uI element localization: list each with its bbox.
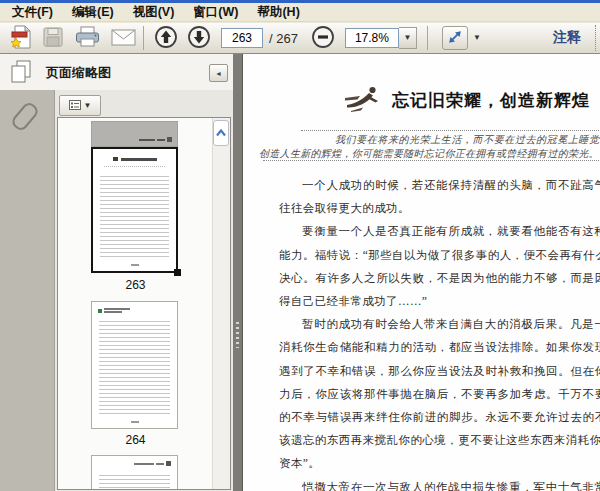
collapse-panel-button[interactable]: ◄ xyxy=(209,64,228,82)
zoom-dropdown-button[interactable]: ▼ xyxy=(399,27,417,49)
page-up-icon xyxy=(154,25,178,52)
zoom-out-icon xyxy=(311,25,335,52)
page-number-input[interactable] xyxy=(221,28,263,48)
menu-item-edit[interactable]: 编辑(E) xyxy=(65,3,121,22)
panel-splitter[interactable] xyxy=(233,54,242,491)
menu-item-help[interactable]: 帮助(H) xyxy=(250,3,306,22)
print-icon xyxy=(74,25,101,52)
zoom-level-input[interactable]: 17.8% xyxy=(345,28,399,48)
previous-page-button[interactable] xyxy=(154,26,178,50)
thumbnail-options-button[interactable]: ▼ xyxy=(59,95,101,116)
thumbnail-label-264: 264 xyxy=(58,433,213,447)
body-text: 一个人成功的时候，若还能保持清醒的头脑，而不趾高气扬，便往往会取得更大的成功。 … xyxy=(279,174,600,491)
panel-title: 页面缩略图 xyxy=(46,64,111,82)
paragraph: 暂时的成功有时会给人带来自满自大的消极后果。凡是一切足以消耗你生命储能和精力的活… xyxy=(279,313,600,475)
paragraph: 一个人成功的时候，若还能保持清醒的头脑，而不趾高气扬，便往往会取得更大的成功。 xyxy=(279,174,600,220)
paragraph: 恺撒大帝在一次与敌人的作战中损失惨重，军中士气非常低落。那天，他做了一个梦。 xyxy=(279,476,600,491)
zoom-out-button[interactable] xyxy=(311,26,335,50)
thumbnails-panel-header: 页面缩略图 ◄ xyxy=(0,54,233,90)
thumb-page-footer xyxy=(131,421,139,423)
toolbar-dotted-separator xyxy=(595,25,596,51)
flying-man-icon xyxy=(113,157,118,161)
comments-panel-button[interactable]: 注释 xyxy=(553,29,581,47)
page-thumbnails-tab[interactable] xyxy=(7,58,35,86)
thumb-title-row xyxy=(93,157,176,161)
email-icon xyxy=(110,27,137,50)
toolbar-separator xyxy=(143,26,144,50)
chevron-down-icon: ▼ xyxy=(84,102,92,110)
email-button[interactable] xyxy=(110,27,137,50)
menu-item-view[interactable]: 视图(V) xyxy=(126,3,182,22)
thumbnails-panel: ▼ 263 xyxy=(55,90,233,491)
chevron-up-icon xyxy=(215,124,227,142)
chapter-epigraph: 我们要在将来的光荣上生活，而不要在过去的冠冕上睡觉。为了创造人生新的辉煌，你可能… xyxy=(259,133,600,160)
thumb-page-footer xyxy=(131,264,139,266)
dotted-rule xyxy=(301,130,600,131)
thumbnail-scrollbar[interactable] xyxy=(212,118,230,489)
document-view: 忘记旧荣耀，创造新辉煌 我们要在将来的光荣上生活，而不要在过去的冠冕上睡觉。为了… xyxy=(242,54,600,491)
thumb-header xyxy=(134,461,171,466)
print-button[interactable] xyxy=(74,25,101,52)
thumbnail-page-264[interactable] xyxy=(91,301,178,429)
fit-screen-icon xyxy=(445,27,465,50)
page-total-label: / 267 xyxy=(269,31,298,46)
pages-icon xyxy=(7,72,35,89)
attachments-tab[interactable] xyxy=(10,100,41,132)
chapter-title: 忘记旧荣耀，创造新辉煌 xyxy=(392,89,590,112)
thumb-divider xyxy=(104,166,165,167)
menu-item-file[interactable]: 文件(F) xyxy=(5,3,60,22)
thumb-text-lines xyxy=(99,472,170,490)
menu-item-window[interactable]: 窗口(W) xyxy=(186,3,245,22)
zoom-level-value: 17.8% xyxy=(355,31,389,45)
navigation-rail xyxy=(0,90,55,491)
building-icon xyxy=(166,461,171,466)
thumb-header xyxy=(98,308,130,313)
thumb-text-lines xyxy=(99,318,170,416)
fit-screen-dropdown-button[interactable]: ▼ xyxy=(473,34,481,42)
thumbnail-page-262-partial[interactable] xyxy=(91,121,178,147)
thumbnail-page-265-partial[interactable] xyxy=(91,455,178,490)
next-page-button[interactable] xyxy=(187,26,211,50)
save-icon xyxy=(41,25,65,52)
create-pdf-icon xyxy=(8,24,34,53)
scroll-up-button[interactable] xyxy=(213,120,229,146)
paragraph: 要衡量一个人是否真正能有所成就，就要看他能否有这种承受的能力。福特说：“那些自以… xyxy=(279,220,600,313)
thumbnail-label-263: 263 xyxy=(58,278,213,292)
thumb-footer-text xyxy=(139,137,172,142)
thumb-text-lines xyxy=(100,173,169,257)
save-button[interactable] xyxy=(41,25,65,52)
thumbnail-list: 263 264 xyxy=(57,117,231,490)
fit-screen-button[interactable] xyxy=(442,26,468,50)
leaf-icon xyxy=(98,309,102,313)
chevron-down-icon: ▼ xyxy=(403,34,411,42)
selection-resize-handle[interactable] xyxy=(174,269,181,276)
list-options-icon xyxy=(69,97,81,115)
splitter-grip[interactable] xyxy=(236,322,239,348)
page-down-icon xyxy=(187,25,211,52)
create-pdf-button[interactable] xyxy=(8,24,34,53)
dotted-rule xyxy=(263,160,600,161)
building-icon xyxy=(167,137,172,142)
toolbar: / 267 17.8% ▼ ▼ 注释 xyxy=(0,23,600,54)
toolbar-separator xyxy=(427,26,428,50)
menu-bar: 文件(F) 编辑(E) 视图(V) 窗口(W) 帮助(H) xyxy=(0,3,600,22)
chapter-title-row: 忘记旧荣耀，创造新辉煌 xyxy=(343,84,590,116)
thumbnail-page-263[interactable] xyxy=(91,147,178,273)
flying-man-icon xyxy=(343,84,383,116)
